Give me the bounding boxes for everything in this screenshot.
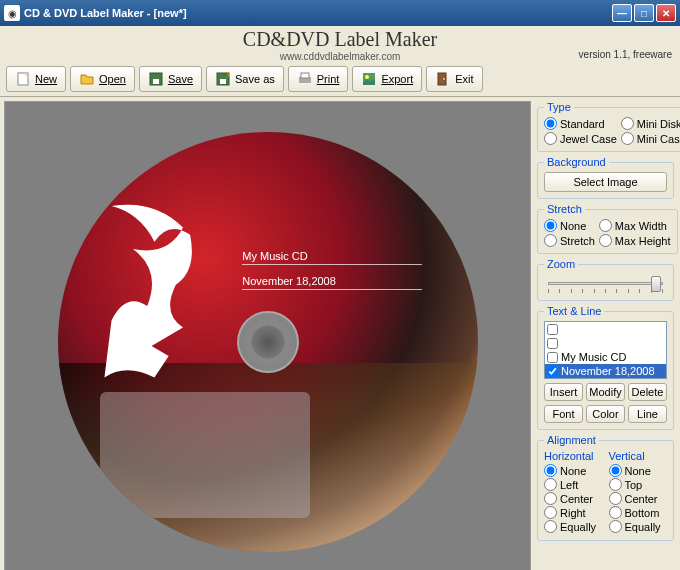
window-title: CD & DVD Label Maker - [new*] <box>24 7 612 19</box>
list-item[interactable]: My Music CD <box>545 350 666 364</box>
background-group: Background Select Image <box>537 156 674 199</box>
svg-point-8 <box>365 75 369 79</box>
h-left[interactable]: Left <box>544 478 603 491</box>
list-item[interactable] <box>545 322 666 336</box>
app-title: CD&DVD Label Maker <box>0 28 680 51</box>
maximize-button[interactable]: □ <box>634 4 654 22</box>
export-button[interactable]: Export <box>352 66 422 92</box>
v-equally[interactable]: Equally <box>609 520 668 533</box>
type-minicase[interactable]: Mini Case <box>621 132 680 145</box>
type-legend: Type <box>544 101 574 113</box>
app-version: version 1.1, freeware <box>579 49 672 60</box>
type-group: Type Standard Mini Disk Jewel Case Mini … <box>537 101 680 152</box>
save-button[interactable]: Save <box>139 66 202 92</box>
h-right[interactable]: Right <box>544 506 603 519</box>
open-button[interactable]: Open <box>70 66 135 92</box>
open-icon <box>79 71 95 87</box>
line-button[interactable]: Line <box>628 405 667 423</box>
disc-text-overlay: My Music CD November 18,2008 <box>242 250 422 300</box>
titlebar: ◉ CD & DVD Label Maker - [new*] — □ ✕ <box>0 0 680 26</box>
background-legend: Background <box>544 156 609 168</box>
svg-rect-2 <box>153 79 159 84</box>
side-panel: Type Standard Mini Disk Jewel Case Mini … <box>535 97 680 570</box>
insert-button[interactable]: Insert <box>544 383 583 401</box>
type-standard[interactable]: Standard <box>544 117 617 130</box>
vertical-header: Vertical <box>609 450 668 462</box>
print-icon <box>297 71 313 87</box>
disc-hub <box>237 311 299 373</box>
h-none[interactable]: None <box>544 464 603 477</box>
canvas-area[interactable]: My Music CD November 18,2008 <box>4 101 531 570</box>
alignment-legend: Alignment <box>544 434 599 446</box>
export-icon <box>361 71 377 87</box>
textline-legend: Text & Line <box>544 305 604 317</box>
zoom-slider[interactable] <box>544 274 667 294</box>
modify-button[interactable]: Modify <box>586 383 625 401</box>
stretch-none[interactable]: None <box>544 219 595 232</box>
app-header: CD&DVD Label Maker www.cddvdlabelmaker.c… <box>0 26 680 62</box>
app-icon: ◉ <box>4 5 20 21</box>
exit-icon <box>435 71 451 87</box>
type-jewel[interactable]: Jewel Case <box>544 132 617 145</box>
h-center[interactable]: Center <box>544 492 603 505</box>
h-equally[interactable]: Equally <box>544 520 603 533</box>
v-top[interactable]: Top <box>609 478 668 491</box>
svg-point-10 <box>443 78 445 80</box>
saveas-button[interactable]: Save as <box>206 66 284 92</box>
close-button[interactable]: ✕ <box>656 4 676 22</box>
font-button[interactable]: Font <box>544 405 583 423</box>
disc-text-1[interactable]: My Music CD <box>242 250 422 265</box>
svg-rect-4 <box>220 79 226 84</box>
v-bottom[interactable]: Bottom <box>609 506 668 519</box>
disc-artwork <box>83 191 226 393</box>
alignment-group: Alignment Horizontal None Left Center Ri… <box>537 434 674 541</box>
delete-button[interactable]: Delete <box>628 383 667 401</box>
saveas-icon <box>215 71 231 87</box>
exit-button[interactable]: Exit <box>426 66 482 92</box>
zoom-legend: Zoom <box>544 258 578 270</box>
stretch-legend: Stretch <box>544 203 585 215</box>
save-icon <box>148 71 164 87</box>
stretch-maxw[interactable]: Max Width <box>599 219 671 232</box>
list-item[interactable]: November 18,2008 <box>545 364 666 378</box>
new-icon <box>15 71 31 87</box>
svg-rect-6 <box>301 73 309 78</box>
type-minidisk[interactable]: Mini Disk <box>621 117 680 130</box>
print-button[interactable]: Print <box>288 66 349 92</box>
disc-text-2[interactable]: November 18,2008 <box>242 275 422 290</box>
new-button[interactable]: New <box>6 66 66 92</box>
stretch-maxh[interactable]: Max Height <box>599 234 671 247</box>
horizontal-header: Horizontal <box>544 450 603 462</box>
stretch-stretch[interactable]: Stretch <box>544 234 595 247</box>
select-image-button[interactable]: Select Image <box>544 172 667 192</box>
disc-preview[interactable]: My Music CD November 18,2008 <box>58 132 478 552</box>
v-center[interactable]: Center <box>609 492 668 505</box>
color-button[interactable]: Color <box>586 405 625 423</box>
text-listbox[interactable]: My Music CD November 18,2008 <box>544 321 667 379</box>
stretch-group: Stretch None Max Width Stretch Max Heigh… <box>537 203 678 254</box>
textline-group: Text & Line My Music CD November 18,2008… <box>537 305 674 430</box>
zoom-group: Zoom <box>537 258 674 301</box>
list-item[interactable] <box>545 336 666 350</box>
toolbar: New Open Save Save as Print Export Exit <box>0 62 680 97</box>
minimize-button[interactable]: — <box>612 4 632 22</box>
v-none[interactable]: None <box>609 464 668 477</box>
